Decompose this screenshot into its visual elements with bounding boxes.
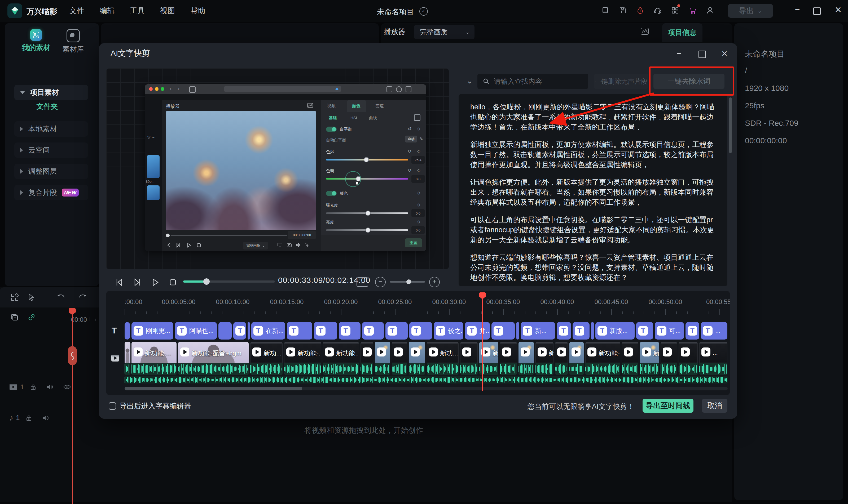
zoom-in-button[interactable]: + bbox=[429, 277, 440, 287]
video-clip-18[interactable]: 新功能-配音... bbox=[585, 342, 620, 375]
video-clip-4[interactable]: 新功能-... bbox=[284, 342, 321, 375]
mute-icon[interactable] bbox=[46, 383, 54, 390]
mute-icon[interactable] bbox=[42, 414, 49, 421]
text-clip-6[interactable]: T在新... bbox=[251, 322, 285, 340]
app-logo-icon[interactable] bbox=[7, 3, 22, 18]
video-clip-3[interactable]: 新功... bbox=[250, 342, 282, 375]
video-clip-1[interactable]: 新功能-... bbox=[132, 342, 176, 375]
text-clip-17[interactable]: T新... bbox=[521, 322, 555, 340]
window-restore-button[interactable] bbox=[813, 7, 821, 15]
render-alert-icon[interactable] bbox=[636, 6, 644, 14]
audio-overview-waveform[interactable] bbox=[125, 376, 728, 383]
lock-icon[interactable] bbox=[30, 383, 37, 390]
text-clip-5[interactable] bbox=[247, 322, 250, 340]
menu-item-0[interactable]: 文件 bbox=[69, 6, 84, 16]
text-clip-4[interactable]: T bbox=[233, 322, 246, 340]
text-clip-15[interactable]: T bbox=[491, 322, 515, 340]
search-input[interactable] bbox=[493, 77, 579, 86]
account-icon[interactable] bbox=[706, 6, 714, 14]
transcript-paragraph-0[interactable]: hello，各位喵粉，刚刚更新的外星喵影二零二三有没有立刻更新体验啊？阿喵也贴心… bbox=[470, 102, 716, 132]
video-clip-15[interactable]: 新... bbox=[535, 342, 553, 375]
text-clip-25[interactable]: T... bbox=[701, 322, 727, 340]
dialog-playhead-line[interactable] bbox=[482, 296, 483, 391]
select-tool-icon[interactable] bbox=[27, 293, 36, 302]
text-clip-22[interactable]: T bbox=[636, 322, 653, 340]
previous-frame-button[interactable] bbox=[115, 278, 124, 287]
menu-item-3[interactable]: 视图 bbox=[160, 6, 175, 16]
text-clip-7[interactable]: T bbox=[287, 322, 312, 340]
transcript-paragraph-3[interactable]: 可以在右上角的布局设置中任意切换。在喵影二零二三中，还可以一键配置pr或者fan… bbox=[470, 215, 716, 245]
text-clip-18[interactable]: T bbox=[557, 322, 571, 340]
playback-progress-slider[interactable] bbox=[183, 281, 275, 283]
tab-stock-media[interactable]: 素材库 bbox=[55, 25, 92, 54]
video-clip-7[interactable] bbox=[375, 342, 390, 375]
save-icon[interactable] bbox=[619, 6, 627, 14]
menu-item-4[interactable]: 帮助 bbox=[190, 6, 205, 16]
transcript-search-box[interactable] bbox=[478, 74, 588, 89]
apps-grid-icon[interactable] bbox=[671, 6, 679, 14]
cart-icon[interactable] bbox=[689, 6, 697, 14]
hide-track-eye-icon[interactable] bbox=[63, 383, 71, 390]
add-to-timeline-icon[interactable] bbox=[11, 313, 19, 321]
video-clip-2[interactable]: 新功能-配音+bgm bbox=[178, 342, 249, 375]
transcript-paragraph-4[interactable]: 想知道在云端的妙影有哪些惊喜吗？惊喜一云资产管理素材、项目通通上云在公司未剪完的… bbox=[470, 252, 716, 283]
text-clip-9[interactable]: T bbox=[339, 322, 361, 340]
video-clip-6[interactable] bbox=[361, 342, 373, 375]
stop-button[interactable] bbox=[168, 278, 177, 287]
video-clip-11[interactable] bbox=[460, 342, 478, 375]
bg-playhead-line[interactable] bbox=[72, 314, 73, 504]
window-minimize-button[interactable]: − bbox=[792, 5, 803, 15]
sidebar-item-1[interactable]: 云空间 bbox=[14, 143, 88, 158]
video-clip-0[interactable] bbox=[125, 342, 131, 375]
bg-marker-pill[interactable] bbox=[68, 346, 77, 365]
timeline-hscrollbar[interactable] bbox=[125, 387, 728, 390]
video-clip-13[interactable] bbox=[500, 342, 517, 375]
collapse-transcript-chevron[interactable]: ⌄ bbox=[466, 76, 473, 85]
video-clip-22[interactable] bbox=[679, 342, 698, 375]
text-clip-2[interactable]: T阿喵也... bbox=[175, 322, 217, 340]
video-clip-14[interactable] bbox=[519, 342, 534, 375]
transcript-paragraph-1[interactable]: 新增独立展示的属性面板，更加方便素材编辑。默认展示项目信息页，工程参数一目了然。… bbox=[470, 140, 716, 170]
dialog-close-button[interactable]: ✕ bbox=[719, 49, 730, 58]
folder-item-selected[interactable]: 文件夹 bbox=[5, 102, 90, 111]
tab-my-media[interactable]: 我的素材 bbox=[17, 25, 55, 52]
menu-item-2[interactable]: 工具 bbox=[130, 6, 145, 16]
export-to-timeline-button[interactable]: 导出至时间线 bbox=[643, 399, 693, 413]
dialog-maximize-button[interactable] bbox=[698, 51, 706, 58]
media-browser-icon[interactable] bbox=[11, 293, 19, 302]
scope-icon[interactable] bbox=[640, 26, 650, 36]
open-subtitle-editor-checkbox[interactable] bbox=[109, 402, 116, 410]
fit-timeline-button[interactable]: ↔ bbox=[357, 277, 368, 287]
menu-item-1[interactable]: 编辑 bbox=[100, 6, 115, 16]
text-clip-10[interactable]: T bbox=[362, 322, 384, 340]
video-clip-23[interactable]: ... bbox=[699, 342, 727, 375]
export-button[interactable]: 导出 ⌄ bbox=[728, 4, 773, 18]
text-clip-8[interactable]: T bbox=[314, 322, 337, 340]
transcript-scrollbar-thumb[interactable] bbox=[729, 97, 732, 153]
remove-silence-button[interactable]: 一键删除无声片段 bbox=[594, 74, 648, 89]
sidebar-item-0[interactable]: 本地素材 bbox=[14, 121, 88, 137]
video-clip-9[interactable] bbox=[409, 342, 425, 375]
dialog-minimize-button[interactable]: − bbox=[674, 49, 684, 58]
timeline-zoom-slider[interactable] bbox=[390, 281, 425, 283]
video-clip-8[interactable] bbox=[392, 342, 407, 375]
sidebar-item-3[interactable]: 复合片段NEW bbox=[14, 185, 88, 200]
zoom-knob[interactable] bbox=[406, 280, 411, 284]
text-clip-23[interactable]: T可... bbox=[655, 322, 684, 340]
cancel-button[interactable]: 取消 bbox=[702, 399, 727, 413]
text-clip-19[interactable]: T bbox=[573, 322, 590, 340]
text-clip-11[interactable]: T bbox=[385, 322, 408, 340]
text-clip-21[interactable]: T新版... bbox=[595, 322, 635, 340]
transcript-paragraph-2[interactable]: 让调色操作更方便。此外，新版本提供了更为灵活的播放器独立窗口，可拖拽出来，想在哪… bbox=[470, 177, 716, 208]
hscrollbar-thumb[interactable] bbox=[125, 387, 302, 390]
support-headset-icon[interactable] bbox=[654, 6, 662, 14]
video-clip-10[interactable]: 新功... bbox=[427, 342, 458, 375]
video-clip-21[interactable] bbox=[661, 342, 677, 375]
text-clip-3[interactable] bbox=[219, 322, 232, 340]
play-button[interactable] bbox=[151, 278, 160, 287]
text-clip-16[interactable] bbox=[516, 322, 519, 340]
group-project-media[interactable]: 项目素材 bbox=[14, 85, 88, 100]
window-close-button[interactable]: ✕ bbox=[832, 5, 844, 15]
text-clip-0[interactable] bbox=[125, 322, 130, 340]
sidebar-item-2[interactable]: 调整图层 bbox=[14, 164, 88, 179]
